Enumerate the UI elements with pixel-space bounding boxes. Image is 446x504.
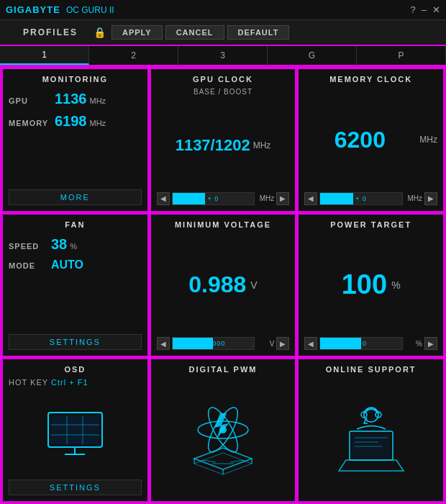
online-support-card: ONLINE SUPPORT	[298, 359, 444, 502]
memory-clock-left-arrow[interactable]: ◀	[304, 192, 317, 205]
fan-mode-label: MODE	[9, 261, 48, 270]
cancel-button[interactable]: CANCEL	[165, 25, 224, 40]
gpu-clock-left-arrow[interactable]: ◀	[157, 192, 170, 205]
osd-title: OSD	[9, 365, 142, 374]
memory-row: MEMORY 6198 MHz	[9, 113, 142, 130]
gpu-clock-slider-label: + 0	[173, 195, 255, 202]
digital-pwm-card: DIGITAL PWM	[150, 359, 296, 502]
fan-mode-row: MODE AUTO	[9, 258, 142, 271]
min-voltage-slider-label: +0.000	[173, 340, 255, 347]
monitor-icon	[45, 411, 106, 458]
power-target-card: POWER TARGET 100 % ◀ + 0 % ▶	[298, 214, 444, 357]
min-voltage-slider-unit: V	[257, 340, 274, 348]
gpu-clock-slider-unit: MHz	[257, 194, 274, 202]
fan-speed-label: SPEED	[9, 242, 48, 251]
default-button[interactable]: DEFAULT	[227, 25, 290, 40]
digital-pwm-title: DIGITAL PWM	[157, 365, 290, 374]
power-target-right-arrow[interactable]: ▶	[424, 337, 437, 350]
fan-speed-row: SPEED 38 %	[9, 236, 142, 253]
more-button[interactable]: MORE	[9, 189, 142, 205]
digital-pwm-icon	[180, 397, 266, 477]
gpu-row: GPU 1136 MHz	[9, 91, 142, 107]
memory-clock-unit: MHz	[419, 135, 437, 145]
digital-pwm-area	[157, 378, 290, 495]
gpu-value: 1136	[55, 91, 87, 107]
fan-speed-value: 38	[51, 236, 67, 253]
profiles-label: PROFILES	[7, 27, 94, 37]
min-voltage-right-arrow[interactable]: ▶	[276, 337, 289, 350]
gpu-clock-track[interactable]: + 0	[172, 192, 255, 205]
min-voltage-unit: V	[250, 279, 257, 291]
memory-clock-value: 6200	[304, 127, 415, 153]
fan-card: FAN SPEED 38 % MODE AUTO SETTINGS	[2, 214, 148, 357]
main-grid: MONITORING GPU 1136 MHz MEMORY 6198 MHz …	[0, 66, 446, 504]
close-button[interactable]: ✕	[432, 4, 440, 15]
svg-rect-23	[352, 433, 391, 458]
online-support-title: ONLINE SUPPORT	[304, 365, 437, 374]
fan-title: FAN	[9, 220, 142, 229]
power-target-title: POWER TARGET	[304, 220, 437, 229]
profile-tab-g[interactable]: G	[268, 46, 357, 65]
profile-tab-3[interactable]: 3	[178, 46, 268, 65]
osd-settings-button[interactable]: SETTINGS	[9, 480, 142, 495]
monitoring-card: MONITORING GPU 1136 MHz MEMORY 6198 MHz …	[2, 68, 148, 212]
profile-tab-1[interactable]: 1	[0, 46, 89, 65]
memory-value: 6198	[55, 113, 87, 130]
profiles-bar: PROFILES 🔒 APPLY CANCEL DEFAULT	[0, 20, 446, 46]
min-voltage-slider: ◀ +0.000 V ▶	[157, 337, 290, 350]
memory-label: MEMORY	[9, 119, 52, 127]
memory-unit: MHz	[90, 119, 106, 127]
title-bar: GIGABYTE OC GURU II ? – ✕	[0, 0, 446, 20]
app-label: OC GURU II	[66, 5, 114, 15]
profile-tab-2[interactable]: 2	[89, 46, 178, 65]
power-target-unit: %	[391, 279, 400, 291]
memory-clock-right-arrow[interactable]: ▶	[424, 192, 437, 205]
osd-hotkey-value: Ctrl + F1	[51, 378, 88, 387]
min-voltage-left-arrow[interactable]: ◀	[157, 337, 170, 350]
min-voltage-value: 0.988	[188, 271, 246, 298]
gpu-clock-sublabel: BASE / BOOST	[157, 88, 290, 96]
apply-button[interactable]: APPLY	[112, 25, 163, 40]
monitoring-title: MONITORING	[9, 75, 142, 84]
memory-clock-card: MEMORY CLOCK 6200 MHz ◀ + 0 MHz ▶	[298, 68, 444, 212]
fan-settings-button[interactable]: SETTINGS	[9, 334, 142, 350]
power-target-left-arrow[interactable]: ◀	[304, 337, 317, 350]
min-voltage-card: MINIMUM VOLTAGE 0.988 V ◀ +0.000 V ▶	[150, 214, 296, 357]
power-target-slider-unit: %	[405, 340, 422, 348]
memory-clock-slider-unit: MHz	[405, 194, 422, 202]
memory-clock-track[interactable]: + 0	[319, 192, 403, 205]
lock-icon: 🔒	[94, 27, 106, 38]
profile-tab-p[interactable]: P	[357, 46, 446, 65]
help-button[interactable]: ?	[411, 4, 416, 15]
gpu-clock-right-arrow[interactable]: ▶	[276, 192, 289, 205]
gpu-clock-slider: ◀ + 0 MHz ▶	[157, 192, 290, 205]
svg-marker-21	[339, 460, 404, 471]
online-support-icon	[328, 399, 414, 474]
gpu-clock-title: GPU CLOCK	[157, 75, 290, 84]
brand-label: GIGABYTE	[6, 4, 60, 15]
gpu-clock-card: GPU CLOCK BASE / BOOST 1137/1202 MHz ◀ +…	[150, 68, 296, 212]
osd-hotkey-label: HOT KEY	[9, 378, 48, 387]
svg-marker-8	[194, 448, 252, 469]
profile-tabs: 1 2 3 G P	[0, 46, 446, 66]
osd-card: OSD HOT KEY Ctrl + F1 SETTINGS	[2, 359, 148, 502]
power-target-track[interactable]: + 0	[319, 337, 403, 350]
power-target-slider: ◀ + 0 % ▶	[304, 337, 437, 350]
gpu-clock-unit: MHz	[253, 140, 271, 150]
min-voltage-title: MINIMUM VOLTAGE	[157, 220, 290, 229]
fan-mode-value: AUTO	[51, 258, 83, 271]
min-voltage-track[interactable]: +0.000	[172, 337, 255, 350]
osd-hotkey-row: HOT KEY Ctrl + F1	[9, 378, 142, 387]
svg-rect-1	[51, 415, 99, 444]
online-support-area	[304, 378, 437, 495]
memory-clock-slider-label: + 0	[320, 195, 402, 202]
minimize-button[interactable]: –	[422, 4, 427, 15]
gpu-label: GPU	[9, 96, 52, 105]
memory-clock-title: MEMORY CLOCK	[304, 75, 437, 84]
gpu-unit: MHz	[90, 96, 106, 105]
osd-display	[9, 390, 142, 480]
profiles-actions: APPLY CANCEL DEFAULT	[112, 25, 289, 40]
fan-speed-unit: %	[70, 242, 77, 251]
window-controls: ? – ✕	[411, 4, 440, 15]
gpu-clock-value: 1137/1202	[176, 136, 250, 155]
